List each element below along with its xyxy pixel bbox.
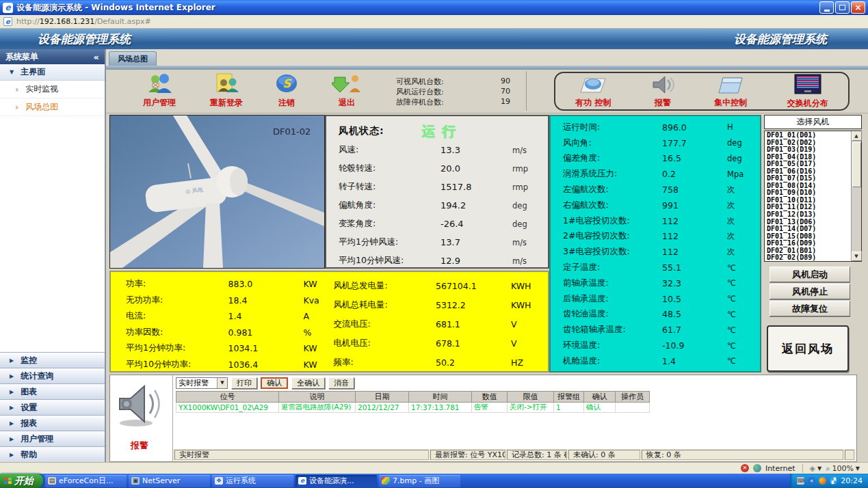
alarm-column-header[interactable]: 位号 [176, 392, 279, 403]
turbine-list-item[interactable]: DF02_02(D89) [767, 254, 851, 261]
detail-row: 1#电容投切次数: 112 次 [563, 213, 752, 229]
mute-button[interactable]: 消音 [328, 377, 354, 389]
alarm-column-header[interactable]: 操作员 [616, 392, 650, 403]
restore-button[interactable] [835, 1, 850, 14]
acknowledge-all-button[interactable]: 全确认 [291, 377, 325, 389]
sidebar-section[interactable]: ▶ 用户管理 [0, 431, 105, 446]
relogin-button[interactable]: 重新登录 [197, 73, 256, 109]
power-row-unit: V [511, 338, 541, 349]
sidebar-section-label: 设置 [21, 402, 37, 414]
alarm-control-button[interactable]: 报警 [651, 74, 674, 109]
taskbar-item-netserver[interactable]: ▣ NetServer [129, 475, 210, 487]
start-button[interactable]: 开始 [0, 474, 43, 488]
minimize-button[interactable] [819, 1, 834, 14]
detail-row-value: 0.2 [662, 169, 727, 179]
tray-icon-network[interactable]: ▞ [830, 477, 837, 485]
switch-distribution-label: 交换机分布 [787, 98, 828, 109]
central-control-label: 集中控制 [714, 97, 747, 109]
power-row-unit: KWH [511, 300, 541, 310]
alarm-column-header[interactable]: 说明 [279, 392, 356, 403]
turbine-stop-button[interactable]: 风机停止 [770, 284, 850, 299]
sidebar-item-windfarm-overview[interactable]: › 风场总图 [0, 98, 105, 116]
alarm-column-header[interactable]: 确认 [584, 392, 616, 403]
alarm-column-header[interactable]: 限值 [508, 392, 554, 403]
status-row-unit: m/s [512, 146, 538, 155]
taskbar-item-eforcecon[interactable]: ▤ eForceCon日... [45, 475, 127, 487]
ie-logo-icon: e [3, 3, 13, 13]
turbine-image: ◎ 风电 DF01-02 [110, 116, 324, 268]
power-row: 功率因数: 0.981 % [126, 325, 334, 341]
active-power-control-button[interactable]: 有功 控制 [575, 74, 611, 109]
zoom-level: 100% [832, 464, 853, 473]
task-label: 运行系统 [226, 476, 256, 486]
user-management-button[interactable]: 用户管理 [130, 73, 189, 109]
switch-distribution-button[interactable]: 交换机分布 [787, 74, 828, 109]
protected-mode-control[interactable]: ◈▼ [810, 464, 822, 473]
sidebar-item-realtime[interactable]: › 实时监视 [0, 81, 105, 98]
sidebar-sections: ▶ 监控 ▶ 统计查询 ▶ 图表 ▶ 设置 [0, 352, 105, 462]
dropdown-arrow-icon[interactable]: ▼ [217, 378, 227, 388]
tray-icon-blue[interactable]: « [808, 477, 815, 485]
banner-title-right: 设备能源管理系统 [734, 31, 827, 47]
sidebar-section-label: 统计查询 [21, 370, 53, 382]
power-row: 无功功率: 18.4 Kva [126, 293, 334, 309]
sidebar-section-label: 图表 [21, 386, 37, 398]
scroll-up-icon[interactable]: ▲ [852, 131, 862, 141]
alarm-table-body: YX1000KW\DF01_02\A29 避雷器电路故障(A29) 2012/1… [176, 403, 650, 413]
alarm-table-row[interactable]: YX1000KW\DF01_02\A29 避雷器电路故障(A29) 2012/1… [176, 403, 650, 413]
scroll-thumb[interactable] [852, 142, 861, 187]
acknowledge-button[interactable]: 确认 [261, 377, 288, 389]
back-to-windfarm-button[interactable]: 返回风场 [767, 325, 849, 372]
paint-icon [382, 477, 390, 485]
address-input[interactable]: http://192.168.1.231/Default.aspx# [16, 17, 151, 26]
turbine-list-item[interactable]: DF01_01(D01) [767, 132, 851, 139]
taskbar-item-energy-system[interactable]: e 设备能源演... [295, 475, 377, 487]
sidebar-section[interactable]: ▶ 帮助 [0, 446, 105, 462]
sidebar-section[interactable]: ▶ 统计查询 [0, 368, 105, 383]
chevron-right-icon: ▶ [10, 357, 14, 364]
tray-icon-color[interactable] [819, 477, 826, 485]
fault-reset-button[interactable]: 故障复位 [770, 301, 850, 316]
taskbar-item-paint[interactable]: 7.bmp - 画图 [379, 475, 460, 487]
tab-windfarm-overview[interactable]: 风场总图 [109, 51, 157, 66]
alarm-column-header[interactable]: 报警组 [554, 392, 584, 403]
list-scrollbar[interactable]: ▲ ▼ [851, 131, 861, 261]
clock: 20:24 [841, 476, 863, 485]
turbine-start-button[interactable]: 风机启动 [770, 267, 850, 282]
sidebar-section[interactable]: ▶ 报表 [0, 415, 105, 431]
start-label: 开始 [14, 475, 34, 487]
logout-button[interactable]: S 注销 [257, 73, 316, 109]
exit-button[interactable]: 退出 [317, 73, 376, 109]
taskbar-item-runtime[interactable]: ❖ 运行系统 [212, 475, 293, 487]
turbine-list-item[interactable]: DF01_12(D13) [767, 211, 851, 219]
detail-row: 环境温度: -10.9 ℃ [563, 338, 752, 353]
status-row-label: 风速: [339, 144, 358, 156]
sidebar-group-main[interactable]: ▼ 主界面 [0, 64, 105, 81]
scroll-down-icon[interactable]: ▼ [852, 252, 862, 261]
alarm-description: 避雷器电路故障(A29) [279, 403, 356, 413]
status-row-unit: deg [512, 201, 538, 211]
detail-row: 风向角: 177.7 deg [563, 135, 752, 151]
collapse-icon[interactable]: « [94, 52, 99, 62]
close-button[interactable]: × [851, 1, 865, 14]
alarm-column-header[interactable]: 日期 [356, 392, 409, 403]
detail-row-label: 2#电容投切次数: [563, 230, 630, 242]
sidebar-section[interactable]: ▶ 监控 [0, 352, 105, 368]
alarm-column-header[interactable]: 时间 [409, 392, 472, 403]
detail-row-label: 右偏航次数: [563, 200, 609, 211]
alarm-filter-dropdown[interactable]: 实时报警 ▼ [176, 377, 228, 389]
sidebar-section[interactable]: ▶ 图表 [0, 383, 105, 399]
sidebar-title: 系统菜单 [5, 51, 38, 63]
print-button[interactable]: 打印 [231, 377, 257, 389]
detail-row-unit: 次 [727, 185, 752, 195]
zone-label: Internet [765, 464, 795, 473]
keyboard-icon[interactable]: ⌨ [797, 477, 804, 485]
sidebar-section[interactable]: ▶ 设置 [0, 399, 105, 415]
zoom-control[interactable]: ⌕ 100% ▼ [826, 464, 860, 473]
alarm-status-segment: 最新报警: 位号 YX1000KW\DF02_03\A26,时间 20 [430, 450, 505, 460]
turbine-selector-header[interactable]: 选择风机 [764, 115, 862, 129]
detail-row-label: 环境温度: [563, 340, 600, 351]
alarm-date: 2012/12/27 [356, 403, 409, 413]
alarm-column-header[interactable]: 数值 [472, 392, 508, 403]
central-control-button[interactable]: 集中控制 [714, 74, 747, 109]
